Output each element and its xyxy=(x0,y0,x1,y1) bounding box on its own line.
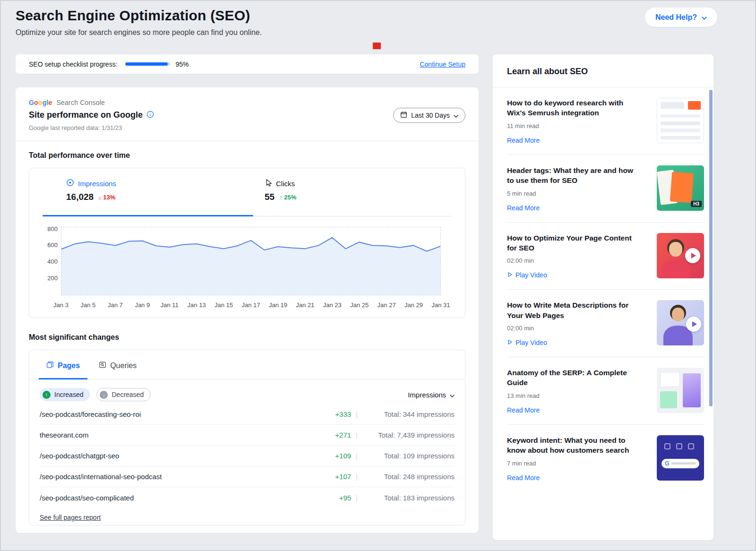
last-reported-text: Google last reported data: 1/31/23 xyxy=(29,124,122,131)
page-path: /seo-podcast/forecasting-seo-roi xyxy=(40,410,141,418)
read-more-link[interactable]: Read More xyxy=(507,137,641,144)
changes-section-title: Most significant changes xyxy=(29,333,119,342)
chart-y-axis: 200400600800 xyxy=(33,227,58,295)
progress-percent: 95% xyxy=(176,60,189,68)
x-tick-label: Jan 9 xyxy=(135,301,150,309)
article-meta: 13 min read xyxy=(507,392,641,399)
list-item: Anatomy of the SERP: A Complete Guide13 … xyxy=(507,357,704,425)
google-logo: Google xyxy=(29,99,52,106)
total-impressions: Total: 344 impressions xyxy=(362,410,455,418)
article-meta: 02:00 min xyxy=(507,257,641,264)
article-thumbnail[interactable] xyxy=(657,233,704,278)
x-tick-label: Jan 13 xyxy=(188,301,206,309)
filter-row: ↑Increased↓Decreased Impressions xyxy=(40,388,455,401)
play-icon xyxy=(507,271,513,279)
article-meta: 11 min read xyxy=(507,122,641,129)
article-title: How to Write Meta Descriptions for Your … xyxy=(507,300,641,320)
page-path: theseorant.com xyxy=(40,431,88,439)
change-value: +333 xyxy=(326,410,351,418)
article-title: Header tags: What they are and how to us… xyxy=(507,165,641,186)
chevron-down-icon xyxy=(450,391,455,399)
read-more-link[interactable]: Read More xyxy=(507,474,641,482)
x-tick-label: Jan 11 xyxy=(161,301,179,309)
queries-icon xyxy=(99,361,106,370)
sort-label: Impressions xyxy=(408,391,446,399)
search-console-label: Search Console xyxy=(57,99,105,106)
tab-queries[interactable]: Queries xyxy=(91,361,144,379)
x-tick-label: Jan 29 xyxy=(404,301,423,309)
read-more-link[interactable]: Read More xyxy=(507,204,641,212)
divider: | xyxy=(356,494,358,502)
article-title: How to do keyword research with Wix's Se… xyxy=(507,98,641,118)
metric-delta: ↑ 25% xyxy=(279,194,296,201)
progress-fill xyxy=(125,62,168,66)
metric-tabs: Impressions16,028↓ 13%Clicks55↑ 25% xyxy=(43,168,452,216)
impressions-icon xyxy=(66,179,74,188)
up-arrow-icon: ↑ xyxy=(279,194,283,201)
progress-label: SEO setup checklist progress: xyxy=(29,60,118,68)
metric-tab-impressions[interactable]: Impressions16,028↓ 13% xyxy=(43,168,253,216)
total-impressions: Total: 248 impressions xyxy=(362,473,455,481)
article-thumbnail[interactable] xyxy=(657,98,704,143)
metric-value: 55 xyxy=(265,192,275,202)
table-row: /seo-podcast/forecasting-seo-roi+333|Tot… xyxy=(40,404,455,425)
date-range-dropdown[interactable]: Last 30 Days xyxy=(393,108,465,123)
article-thumbnail[interactable] xyxy=(657,300,704,345)
console-title: Site performance on Google xyxy=(29,110,143,120)
x-tick-label: Jan 27 xyxy=(378,301,396,309)
x-tick-label: Jan 25 xyxy=(350,301,369,309)
scrollbar-thumb[interactable] xyxy=(709,90,713,406)
article-meta: 7 min read xyxy=(507,460,641,467)
list-item: How to Optimize Your Page Content for SE… xyxy=(507,223,704,290)
impressions-line-chart xyxy=(61,227,441,295)
y-tick-label: 400 xyxy=(47,258,58,265)
tab-pages[interactable]: Pages xyxy=(39,361,87,379)
divider: | xyxy=(356,410,358,418)
change-value: +95 xyxy=(326,494,351,502)
y-tick-label: 800 xyxy=(47,225,58,232)
divider: | xyxy=(356,431,358,439)
change-value: +107 xyxy=(326,473,351,481)
changes-tabs: PagesQueries xyxy=(29,350,465,379)
full-report-link[interactable]: See full pages report xyxy=(40,514,101,521)
chart-x-axis: Jan 3Jan 5Jan 7Jan 9Jan 11Jan 13Jan 15Ja… xyxy=(61,301,441,310)
divider xyxy=(16,141,479,141)
change-value: +271 xyxy=(326,431,351,439)
page-path: /seo-podcast/seo-complicated xyxy=(40,494,134,502)
play-video-link[interactable]: Play Video xyxy=(507,339,641,346)
need-help-button[interactable]: Need Help? xyxy=(645,8,717,27)
seo-dashboard: Search Engine Optimization (SEO) Optimiz… xyxy=(0,0,756,551)
table-row: /seo-podcast/chatgpt-seo+109|Total: 109 … xyxy=(40,446,455,466)
read-more-link[interactable]: Read More xyxy=(507,406,641,414)
list-item: Header tags: What they are and how to us… xyxy=(507,155,704,223)
performance-chart-card: Impressions16,028↓ 13%Clicks55↑ 25% 2004… xyxy=(29,168,465,318)
chip-label: Increased xyxy=(54,391,83,398)
google-search-console-logo: Google Search Console xyxy=(29,99,105,106)
clicks-icon xyxy=(265,179,272,188)
play-icon xyxy=(686,317,701,332)
article-thumbnail[interactable] xyxy=(657,368,704,413)
total-impressions: Total: 7,439 impressions xyxy=(362,431,455,439)
list-item: How to do keyword research with Wix's Se… xyxy=(507,87,704,155)
metric-tab-clicks[interactable]: Clicks55↑ 25% xyxy=(253,168,452,216)
metric-name: Clicks xyxy=(276,180,295,188)
date-range-label: Last 30 Days xyxy=(411,112,450,119)
article-thumbnail[interactable]: H3 xyxy=(657,165,704,211)
page-header: Search Engine Optimization (SEO) Optimiz… xyxy=(16,8,262,37)
article-thumbnail[interactable]: G xyxy=(657,435,704,481)
down-arrow-icon: ↓ xyxy=(98,194,102,201)
filter-chip-decreased[interactable]: ↓Decreased xyxy=(96,388,151,401)
article-meta: 5 min read xyxy=(507,190,641,197)
x-tick-label: Jan 17 xyxy=(241,301,260,309)
page-path: /seo-podcast/international-seo-podcast xyxy=(40,473,162,481)
significant-changes-card: PagesQueries ↑Increased↓Decreased Impres… xyxy=(29,350,465,525)
continue-setup-link[interactable]: Continue Setup xyxy=(420,60,465,68)
info-icon[interactable] xyxy=(146,111,154,120)
play-video-link[interactable]: Play Video xyxy=(507,271,641,279)
h3-tag-label: H3 xyxy=(691,201,702,207)
chip-label: Decreased xyxy=(112,391,144,398)
sort-dropdown[interactable]: Impressions xyxy=(408,391,455,399)
filter-chip-increased[interactable]: ↑Increased xyxy=(40,388,90,401)
article-meta: 02:00 min xyxy=(507,325,641,332)
down-arrow-icon: ↓ xyxy=(100,391,108,399)
